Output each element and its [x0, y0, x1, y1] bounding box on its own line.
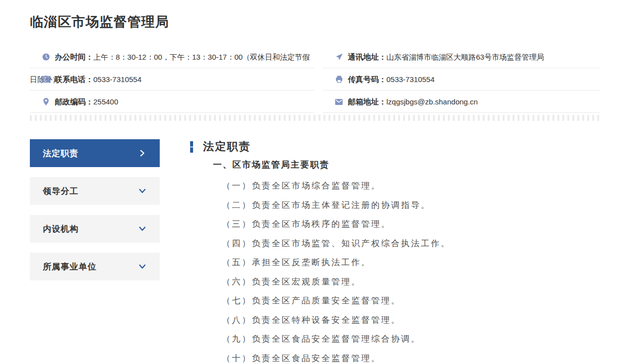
sidebar-item-label: 法定职责 [43, 148, 79, 159]
phone-value: 0533-7310554 [94, 75, 142, 84]
chevron-right-icon [138, 149, 147, 158]
sidebar-nav: 法定职责 领导分工 内设机构 所属事业单位 [30, 139, 160, 290]
email-value: lzqgsjbgs@zb.shandong.cn [387, 97, 478, 106]
sidebar-item-affiliated-institutions[interactable]: 所属事业单位 [30, 253, 160, 280]
duty-item: （九）负责全区食品安全监督管理综合协调。 [222, 330, 600, 349]
duty-item: （六）负责全区宏观质量管理。 [222, 273, 600, 292]
sidebar-item-label: 内设机构 [43, 223, 79, 235]
send-icon [333, 46, 345, 68]
address-label: 通讯地址： [348, 53, 387, 61]
duty-item: （一）负责全区市场综合监督管理。 [222, 177, 600, 196]
sidebar-item-statutory-duties[interactable]: 法定职责 [30, 139, 160, 167]
sidebar-item-label: 所属事业单位 [43, 261, 97, 273]
location-icon [40, 91, 52, 113]
duty-list: （一）负责全区市场综合监督管理。 （二）负责全区市场主体登记注册的协调指导。 （… [222, 177, 600, 364]
phone-label: 联系电话： [55, 75, 94, 84]
section-title: 法定职责 [203, 139, 251, 154]
postcode-value: 255400 [94, 97, 118, 106]
clock-icon [40, 46, 52, 68]
email-label: 邮箱地址： [348, 97, 387, 106]
postcode-label: 邮政编码： [55, 97, 94, 106]
office-hours-label: 办公时间： [55, 53, 94, 61]
sidebar-item-label: 领导分工 [43, 185, 79, 197]
fax-row: 传真号码：0533-7310554 [323, 68, 600, 91]
page-title: 临淄区市场监督管理局 [30, 13, 600, 31]
duty-item: （七）负责全区产品质量安全监督管理。 [222, 291, 600, 311]
mail-icon [333, 91, 345, 113]
duty-item: （十）负责全区食品安全监督管理。 [222, 349, 600, 364]
subsection-title: 一、区市场监管局主要职责 [213, 159, 600, 171]
phone-icon: ☎ [40, 68, 52, 91]
fax-icon [333, 68, 345, 91]
address-value: 山东省淄博市临淄区大顺路63号市场监督管理局 [387, 53, 544, 61]
address-row: 通讯地址：山东省淄博市临淄区大顺路63号市场监督管理局 [323, 46, 600, 68]
phone-row: ☎ 联系电话：0533-7310554 [30, 68, 314, 91]
sidebar-item-internal-departments[interactable]: 内设机构 [30, 215, 160, 243]
duty-item: （五）承担全区反垄断执法工作。 [222, 253, 600, 273]
sidebar-item-leadership-division[interactable]: 领导分工 [30, 177, 160, 205]
fax-label: 传真号码： [348, 75, 387, 84]
main-content: 法定职责 一、区市场监管局主要职责 （一）负责全区市场综合监督管理。 （二）负责… [190, 139, 600, 364]
duty-item: （四）负责全区市场监管、知识产权综合执法工作。 [222, 234, 600, 254]
striped-divider [30, 115, 600, 121]
duty-item: （二）负责全区市场主体登记注册的协调指导。 [222, 196, 600, 215]
duty-item: （三）负责全区市场秩序的监督管理。 [222, 215, 600, 234]
chevron-down-icon [138, 186, 147, 195]
chevron-down-icon [138, 262, 147, 271]
fax-value: 0533-7310554 [387, 75, 435, 84]
duty-item: （八）负责全区特种设备安全监督管理。 [222, 311, 600, 330]
section-header: 法定职责 [190, 139, 600, 154]
office-hours-row: 办公时间：上午：8：30-12：00，下午：13：30-17：00（双休日和法定… [30, 46, 314, 68]
page-container: 临淄区市场监督管理局 办公时间：上午：8：30-12：00，下午：13：30-1… [30, 0, 600, 364]
section-marker-bar [190, 141, 193, 153]
email-row: 邮箱地址：lzqgsjbgs@zb.shandong.cn [323, 91, 600, 113]
chevron-down-icon [138, 224, 147, 233]
postcode-row: 邮政编码：255400 [30, 91, 314, 113]
content-row: 法定职责 领导分工 内设机构 所属事业单位 [30, 139, 600, 364]
contact-info-grid: 办公时间：上午：8：30-12：00，下午：13：30-17：00（双休日和法定… [30, 46, 600, 113]
